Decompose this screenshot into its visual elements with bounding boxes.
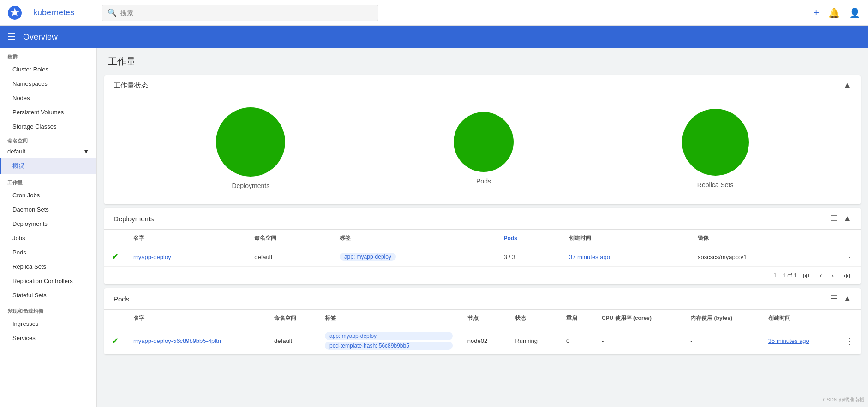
col-pods: Pods <box>496 230 562 247</box>
pod-name-link[interactable]: myapp-deploy-56c89b9bb5-4pltn <box>133 337 221 344</box>
row-menu-icon[interactable]: ⋮ <box>845 252 853 261</box>
row-image-cell: soscscs/myapp:v1 <box>690 247 838 267</box>
pod-menu-cell[interactable]: ⋮ <box>838 327 861 355</box>
pods-table: 名字 命名空间 标签 节点 状态 重启 CPU 使用率 (cores) 内存使用… <box>104 310 861 354</box>
logo-text: kubernetes <box>26 0 82 26</box>
namespace-selector[interactable]: default ▼ <box>0 145 96 158</box>
replica-sets-circle-label: Replica Sets <box>697 181 734 189</box>
deployments-table-wrapper: 名字 命名空间 标签 Pods 创建时间 镜像 ✔ <box>104 230 861 284</box>
sidebar-item-cluster-roles[interactable]: Cluster Roles <box>0 62 96 77</box>
pod-labels-cell: app: myapp-deploy pod-template-hash: 56c… <box>317 327 460 355</box>
col-pod-memory: 内存使用 (bytes) <box>683 310 761 327</box>
col-pod-node: 节点 <box>460 310 508 327</box>
deployments-header: Deployments ☰ ▲ <box>104 208 861 230</box>
notifications-button[interactable]: 🔔 <box>828 7 840 18</box>
sidebar-item-cron-jobs[interactable]: Cron Jobs <box>0 188 96 202</box>
logo-area: kubernetes <box>7 0 90 26</box>
chevron-down-icon: ▼ <box>83 148 89 155</box>
row-menu-cell[interactable]: ⋮ <box>838 247 861 267</box>
pod-restarts-cell: 0 <box>559 327 594 355</box>
sidebar-item-replication-controllers[interactable]: Replication Controllers <box>0 274 96 288</box>
deployments-circle-item: Deployments <box>216 107 285 189</box>
sidebar-item-storage-classes[interactable]: Storage Classes <box>0 119 96 134</box>
sidebar-item-deployments[interactable]: Deployments <box>0 217 96 231</box>
sidebar-item-namespaces[interactable]: Namespaces <box>0 77 96 91</box>
created-link[interactable]: 37 minutes ago <box>569 254 610 260</box>
overview-bar: ☰ Overview <box>0 26 868 48</box>
sidebar-item-services[interactable]: Services <box>0 331 96 345</box>
col-actions <box>838 230 861 247</box>
namespace-value: default <box>7 148 25 155</box>
deployments-collapse-icon[interactable]: ▲ <box>843 214 851 224</box>
page-title: 工作量 <box>97 48 868 71</box>
col-created: 创建时间 <box>562 230 690 247</box>
pods-actions: ☰ ▲ <box>830 294 851 304</box>
workload-section-label: 工作量 <box>0 174 96 188</box>
search-bar[interactable]: 🔍 <box>102 5 378 21</box>
search-input[interactable] <box>120 9 372 17</box>
row-name-cell[interactable]: myapp-deploy <box>126 247 247 267</box>
deployments-actions: ☰ ▲ <box>830 213 851 224</box>
pagination-next-button[interactable]: › <box>829 271 837 281</box>
sidebar-item-nodes[interactable]: Nodes <box>0 91 96 105</box>
sidebar-item-replica-sets[interactable]: Replica Sets <box>0 260 96 274</box>
pod-status-cell: ✔ <box>104 327 126 355</box>
pod-name-cell[interactable]: myapp-deploy-56c89b9bb5-4pltn <box>126 327 267 355</box>
pod-created-link[interactable]: 35 minutes ago <box>768 337 809 344</box>
pod-cpu-cell: - <box>594 327 683 355</box>
svg-point-1 <box>13 11 17 15</box>
label-badge: app: myapp-deploy <box>340 253 396 261</box>
filter-icon[interactable]: ☰ <box>830 213 838 224</box>
pod-memory-cell: - <box>683 327 761 355</box>
top-navigation: kubernetes 🔍 + 🔔 👤 <box>0 0 868 26</box>
add-button[interactable]: + <box>813 7 819 19</box>
row-created-cell[interactable]: 37 minutes ago <box>562 247 690 267</box>
col-pod-name: 名字 <box>126 310 267 327</box>
row-namespace-cell: default <box>247 247 332 267</box>
sidebar-item-stateful-sets[interactable]: Stateful Sets <box>0 288 96 302</box>
namespace-section-label: 命名空间 <box>0 134 96 145</box>
col-pod-restarts: 重启 <box>559 310 594 327</box>
col-pod-actions <box>838 310 861 327</box>
sidebar-item-pods[interactable]: Pods <box>0 245 96 260</box>
col-pod-status-check <box>104 310 126 327</box>
pods-card: Pods ☰ ▲ 名字 命名空间 标签 节点 状态 <box>104 288 861 354</box>
collapse-icon[interactable]: ▲ <box>843 81 851 90</box>
check-icon: ✔ <box>112 252 119 261</box>
col-namespace: 命名空间 <box>247 230 332 247</box>
deployments-pagination: 1 – 1 of 1 ⏮ ‹ › ⏭ <box>104 266 861 284</box>
main-content: 工作量 工作量状态 ▲ Deployments Pods <box>97 48 868 407</box>
sidebar-item-ingresses[interactable]: Ingresses <box>0 317 96 331</box>
discovery-section-label: 发现和负载均衡 <box>0 302 96 317</box>
pods-circle-item: Pods <box>454 112 514 185</box>
overview-title: Overview <box>23 32 58 42</box>
pods-collapse-icon[interactable]: ▲ <box>843 294 851 304</box>
row-labels-cell: app: myapp-deploy <box>332 247 497 267</box>
sidebar-item-jobs[interactable]: Jobs <box>0 231 96 245</box>
account-button[interactable]: 👤 <box>849 7 861 18</box>
pagination-last-button[interactable]: ⏭ <box>840 271 853 281</box>
pod-check-icon: ✔ <box>112 336 119 346</box>
deployments-circle-label: Deployments <box>232 182 269 189</box>
pods-filter-icon[interactable]: ☰ <box>830 294 838 304</box>
deployment-name-link[interactable]: myapp-deploy <box>133 254 171 260</box>
replica-sets-circle <box>682 109 749 176</box>
pagination-count: 1 – 1 of 1 <box>773 272 796 279</box>
pod-row-menu-icon[interactable]: ⋮ <box>845 336 853 346</box>
sidebar-item-persistent-volumes[interactable]: Persistent Volumes <box>0 105 96 119</box>
workload-status-card: 工作量状态 ▲ Deployments Pods Replica Sets <box>104 75 861 204</box>
sidebar-item-daemon-sets[interactable]: Daemon Sets <box>0 202 96 217</box>
hamburger-icon[interactable]: ☰ <box>7 31 16 42</box>
workload-status-title: 工作量状态 <box>114 81 148 90</box>
pagination-prev-button[interactable]: ‹ <box>817 271 825 281</box>
pod-created-cell[interactable]: 35 minutes ago <box>761 327 838 355</box>
workload-status-actions: ▲ <box>843 81 851 90</box>
col-pod-namespace: 命名空间 <box>267 310 317 327</box>
pods-table-wrapper: 名字 命名空间 标签 节点 状态 重启 CPU 使用率 (cores) 内存使用… <box>104 310 861 354</box>
row-status-cell: ✔ <box>104 247 126 267</box>
table-row: ✔ myapp-deploy-56c89b9bb5-4pltn default … <box>104 327 861 355</box>
pagination-first-button[interactable]: ⏮ <box>800 271 813 281</box>
pods-circle-label: Pods <box>476 177 491 185</box>
sidebar: 集群 Cluster Roles Namespaces Nodes Persis… <box>0 48 97 407</box>
sidebar-item-overview[interactable]: 概况 <box>0 158 96 174</box>
